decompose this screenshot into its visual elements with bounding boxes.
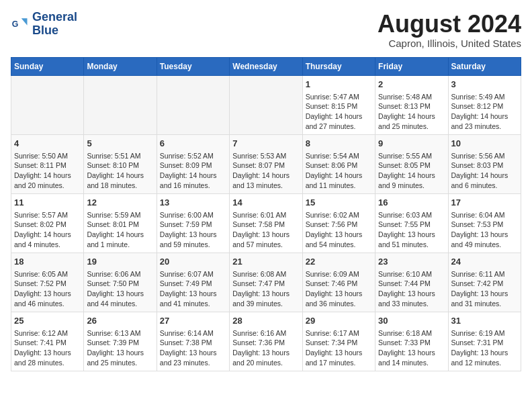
day-number: 5 [87,138,153,150]
calendar-header-row: SundayMondayTuesdayWednesdayThursdayFrid… [11,57,521,75]
day-info: Sunrise: 6:02 AM Sunset: 7:56 PM Dayligh… [306,211,363,248]
day-info: Sunrise: 6:07 AM Sunset: 7:49 PM Dayligh… [160,270,217,308]
calendar-cell: 3Sunrise: 5:49 AM Sunset: 8:12 PM Daylig… [448,75,521,134]
calendar-cell: 14Sunrise: 6:01 AM Sunset: 7:58 PM Dayli… [230,193,302,253]
day-info: Sunrise: 5:52 AM Sunset: 8:09 PM Dayligh… [160,152,217,189]
day-number: 11 [14,197,81,209]
day-number: 2 [378,79,445,91]
calendar-cell: 26Sunrise: 6:13 AM Sunset: 7:39 PM Dayli… [84,312,157,371]
day-info: Sunrise: 5:54 AM Sunset: 8:06 PM Dayligh… [306,152,363,189]
calendar-cell: 7Sunrise: 5:53 AM Sunset: 8:07 PM Daylig… [230,134,302,193]
calendar-cell: 16Sunrise: 6:03 AM Sunset: 7:55 PM Dayli… [375,193,448,253]
day-number: 9 [378,138,445,150]
calendar-cell: 30Sunrise: 6:18 AM Sunset: 7:33 PM Dayli… [375,312,448,371]
calendar-cell: 4Sunrise: 5:50 AM Sunset: 8:11 PM Daylig… [11,134,84,193]
day-info: Sunrise: 6:13 AM Sunset: 7:39 PM Dayligh… [87,329,144,367]
column-header-friday: Friday [375,57,448,75]
day-number: 18 [14,256,81,268]
calendar-cell: 25Sunrise: 6:12 AM Sunset: 7:41 PM Dayli… [11,312,84,371]
day-info: Sunrise: 5:50 AM Sunset: 8:11 PM Dayligh… [14,152,71,189]
calendar-cell: 5Sunrise: 5:51 AM Sunset: 8:10 PM Daylig… [84,134,157,193]
day-info: Sunrise: 6:19 AM Sunset: 7:31 PM Dayligh… [451,329,508,367]
day-number: 10 [451,138,518,150]
day-number: 7 [232,138,299,150]
calendar-cell: 13Sunrise: 6:00 AM Sunset: 7:59 PM Dayli… [157,193,229,253]
day-number: 21 [232,256,299,268]
day-number: 3 [451,79,518,91]
calendar-cell: 23Sunrise: 6:10 AM Sunset: 7:44 PM Dayli… [375,253,448,312]
week-row-3: 11Sunrise: 5:57 AM Sunset: 8:02 PM Dayli… [11,193,521,253]
calendar-cell [157,75,229,134]
day-number: 23 [378,256,445,268]
calendar-cell [84,75,157,134]
day-info: Sunrise: 6:04 AM Sunset: 7:53 PM Dayligh… [451,211,508,248]
week-row-1: 1Sunrise: 5:47 AM Sunset: 8:15 PM Daylig… [11,75,521,134]
week-row-5: 25Sunrise: 6:12 AM Sunset: 7:41 PM Dayli… [11,312,521,371]
logo-line1: General [32,11,77,24]
calendar-cell: 29Sunrise: 6:17 AM Sunset: 7:34 PM Dayli… [302,312,375,371]
day-info: Sunrise: 6:16 AM Sunset: 7:36 PM Dayligh… [232,329,290,367]
calendar-cell: 15Sunrise: 6:02 AM Sunset: 7:56 PM Dayli… [302,193,375,253]
week-row-4: 18Sunrise: 6:05 AM Sunset: 7:52 PM Dayli… [11,253,521,312]
day-number: 24 [451,256,518,268]
calendar-cell: 19Sunrise: 6:06 AM Sunset: 7:50 PM Dayli… [84,253,157,312]
calendar-cell: 21Sunrise: 6:08 AM Sunset: 7:47 PM Dayli… [230,253,302,312]
day-number: 13 [160,197,226,209]
day-info: Sunrise: 5:56 AM Sunset: 8:03 PM Dayligh… [451,152,508,189]
day-number: 25 [14,315,81,327]
day-info: Sunrise: 5:53 AM Sunset: 8:07 PM Dayligh… [232,152,290,189]
day-info: Sunrise: 6:17 AM Sunset: 7:34 PM Dayligh… [306,329,363,367]
logo-text: General Blue [32,11,77,38]
day-number: 1 [306,79,372,91]
day-number: 28 [232,315,299,327]
week-row-2: 4Sunrise: 5:50 AM Sunset: 8:11 PM Daylig… [11,134,521,193]
logo: G General Blue [11,11,77,38]
day-info: Sunrise: 6:05 AM Sunset: 7:52 PM Dayligh… [14,270,71,308]
day-info: Sunrise: 5:47 AM Sunset: 8:15 PM Dayligh… [306,93,363,130]
day-info: Sunrise: 6:12 AM Sunset: 7:41 PM Dayligh… [14,329,71,367]
day-number: 15 [306,197,372,209]
header: G General Blue August 2024 Capron, Illin… [11,11,521,49]
svg-text:G: G [12,19,19,28]
day-number: 27 [160,315,226,327]
calendar-cell: 12Sunrise: 5:59 AM Sunset: 8:01 PM Dayli… [84,193,157,253]
column-header-thursday: Thursday [302,57,375,75]
title-area: August 2024 Capron, Illinois, United Sta… [378,11,521,49]
calendar-cell: 31Sunrise: 6:19 AM Sunset: 7:31 PM Dayli… [448,312,521,371]
day-info: Sunrise: 5:49 AM Sunset: 8:12 PM Dayligh… [451,93,508,130]
column-header-tuesday: Tuesday [157,57,229,75]
day-number: 6 [160,138,226,150]
day-info: Sunrise: 6:10 AM Sunset: 7:44 PM Dayligh… [378,270,435,308]
day-number: 31 [451,315,518,327]
day-info: Sunrise: 6:08 AM Sunset: 7:47 PM Dayligh… [232,270,290,308]
day-info: Sunrise: 6:11 AM Sunset: 7:42 PM Dayligh… [451,270,508,308]
calendar-cell: 22Sunrise: 6:09 AM Sunset: 7:46 PM Dayli… [302,253,375,312]
subtitle: Capron, Illinois, United States [378,38,521,49]
day-info: Sunrise: 6:03 AM Sunset: 7:55 PM Dayligh… [378,211,435,248]
calendar-cell: 2Sunrise: 5:48 AM Sunset: 8:13 PM Daylig… [375,75,448,134]
column-header-wednesday: Wednesday [230,57,302,75]
column-header-monday: Monday [84,57,157,75]
day-number: 17 [451,197,518,209]
calendar-cell: 18Sunrise: 6:05 AM Sunset: 7:52 PM Dayli… [11,253,84,312]
calendar-cell: 9Sunrise: 5:55 AM Sunset: 8:05 PM Daylig… [375,134,448,193]
day-number: 14 [232,197,299,209]
day-number: 12 [87,197,153,209]
day-number: 26 [87,315,153,327]
day-info: Sunrise: 6:01 AM Sunset: 7:58 PM Dayligh… [232,211,290,248]
day-info: Sunrise: 5:48 AM Sunset: 8:13 PM Dayligh… [378,93,435,130]
day-number: 16 [378,197,445,209]
calendar-cell: 8Sunrise: 5:54 AM Sunset: 8:06 PM Daylig… [302,134,375,193]
day-info: Sunrise: 6:00 AM Sunset: 7:59 PM Dayligh… [160,211,217,248]
day-number: 19 [87,256,153,268]
main-title: August 2024 [378,11,521,38]
day-info: Sunrise: 6:06 AM Sunset: 7:50 PM Dayligh… [87,270,144,308]
logo-line2: Blue [32,24,77,38]
column-header-sunday: Sunday [11,57,84,75]
day-number: 30 [378,315,445,327]
calendar-cell: 20Sunrise: 6:07 AM Sunset: 7:49 PM Dayli… [157,253,229,312]
day-info: Sunrise: 5:59 AM Sunset: 8:01 PM Dayligh… [87,211,144,248]
day-info: Sunrise: 5:57 AM Sunset: 8:02 PM Dayligh… [14,211,71,248]
day-info: Sunrise: 6:14 AM Sunset: 7:38 PM Dayligh… [160,329,217,367]
calendar-cell: 17Sunrise: 6:04 AM Sunset: 7:53 PM Dayli… [448,193,521,253]
